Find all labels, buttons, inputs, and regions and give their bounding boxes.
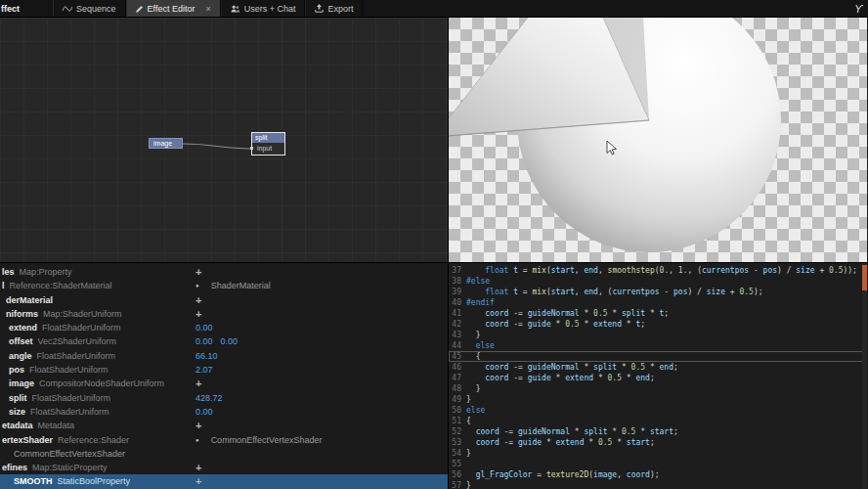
code-editor[interactable]: 37 float t = mix(start, end, smoothstep(…: [449, 263, 867, 489]
property-row[interactable]: efinesMap:StaticProperty+: [0, 461, 448, 474]
code-scrollbar[interactable]: [862, 263, 867, 489]
node-connection-wire: [0, 18, 449, 262]
code-text: }: [466, 330, 480, 340]
preview-render: [449, 18, 867, 262]
property-type: StaticBoolProperty: [58, 476, 131, 486]
add-entry-button[interactable]: +: [195, 419, 201, 432]
property-value[interactable]: 0.00: [195, 321, 213, 334]
property-row[interactable]: lesMap:Property+: [0, 265, 448, 279]
code-line[interactable]: 55: [449, 459, 867, 469]
property-row[interactable]: sizeFloatShaderUniform0.00: [0, 405, 448, 419]
property-value[interactable]: 428.72: [195, 391, 223, 405]
code-line[interactable]: 44 else: [449, 340, 867, 351]
users-icon: [231, 5, 240, 13]
property-type: FloatShaderUniform: [30, 407, 109, 417]
node-graph-canvas[interactable]: image split input: [0, 18, 449, 262]
code-line[interactable]: 45 {: [449, 351, 867, 362]
property-row[interactable]: angleFloatShaderUniform66.10: [0, 349, 448, 363]
add-entry-button[interactable]: +: [195, 461, 201, 474]
code-text: gl_FragColor = texture2D(image, coord);: [466, 469, 660, 480]
export-icon: [315, 4, 324, 13]
property-name: SMOOTH: [0, 476, 53, 486]
property-row[interactable]: niformsMap:ShaderUniform+: [0, 307, 448, 321]
reference-label: CommonEffectVertexShader: [211, 433, 323, 447]
radio-icon[interactable]: ●: [195, 433, 199, 447]
line-number: 45: [449, 351, 466, 362]
code-line[interactable]: 52 coord -= guideNormal * split * 0.5 * …: [449, 426, 867, 437]
code-line[interactable]: 46 coord -= guideNormal * split * 0.5 * …: [449, 362, 867, 373]
property-row[interactable]: etadataMetadata+: [0, 419, 448, 432]
code-line[interactable]: 40#endif: [449, 297, 867, 308]
property-value[interactable]: 0.00: [195, 334, 213, 348]
code-text: {: [466, 416, 471, 426]
code-text: }: [466, 394, 471, 405]
property-row[interactable]: posFloatShaderUniform2.07: [0, 363, 448, 377]
code-line[interactable]: 38#else: [449, 276, 867, 287]
property-name: image: [0, 378, 34, 388]
code-text: coord -= guide * 0.5 * extend * t;: [466, 319, 645, 330]
property-type: Map:Property: [20, 267, 72, 277]
tab-sequence[interactable]: Sequence: [53, 0, 126, 17]
property-type: Map:StaticProperty: [32, 463, 108, 472]
code-line[interactable]: 57}: [449, 480, 867, 489]
node-image[interactable]: image: [149, 138, 183, 149]
close-icon[interactable]: ×: [205, 4, 210, 14]
preview-viewport[interactable]: [449, 18, 867, 262]
code-line[interactable]: 56 gl_FragColor = texture2D(image, coord…: [449, 469, 867, 480]
code-text: #endif: [466, 297, 495, 308]
property-type: FloatShaderUniform: [37, 351, 116, 361]
bottom-area: lesMap:Property+lReference:ShaderMateria…: [0, 262, 868, 489]
radio-icon[interactable]: ●: [195, 279, 199, 292]
property-name: ertexShader: [0, 435, 53, 445]
tab-export[interactable]: Export: [305, 0, 363, 17]
code-line[interactable]: 50else: [449, 405, 867, 416]
topbar: ffect Sequence Effect Editor × Users + C…: [0, 0, 868, 18]
node-label: image: [153, 140, 172, 147]
property-value[interactable]: 2.07: [195, 363, 213, 377]
code-line[interactable]: 53 coord -= guide * extend * 0.5 * start…: [449, 437, 867, 448]
property-row[interactable]: extendFloatShaderUniform0.00: [0, 321, 448, 334]
property-row[interactable]: derMaterial+: [0, 293, 448, 307]
add-entry-button[interactable]: +: [195, 293, 201, 307]
property-name: les: [0, 267, 15, 277]
code-line[interactable]: 43 }: [449, 330, 867, 340]
line-number: 49: [449, 394, 466, 405]
add-entry-button[interactable]: +: [195, 307, 201, 321]
code-line[interactable]: 47 coord -= guide * extend * 0.5 * end;: [449, 373, 867, 383]
code-scrollbar-thumb[interactable]: [862, 265, 867, 290]
node-port-input[interactable]: input: [252, 143, 284, 155]
tab-effect-editor[interactable]: Effect Editor ×: [126, 0, 221, 17]
property-row[interactable]: splitFloatShaderUniform428.72: [0, 391, 448, 405]
property-type: Map:ShaderUniform: [43, 309, 122, 319]
main-area: image split input: [0, 18, 868, 262]
property-row[interactable]: ertexShaderReference:Shader●CommonEffect…: [0, 433, 448, 447]
property-row[interactable]: lReference:ShaderMaterial●ShaderMaterial: [0, 279, 448, 292]
code-line[interactable]: 37 float t = mix(start, end, smoothstep(…: [449, 265, 867, 276]
add-entry-button[interactable]: +: [195, 377, 201, 390]
add-entry-button[interactable]: +: [195, 265, 201, 279]
code-line[interactable]: 42 coord -= guide * 0.5 * extend * t;: [449, 319, 867, 330]
code-line[interactable]: 39 float t = mix(start, end, (currentpos…: [449, 287, 867, 297]
property-value[interactable]: 66.10: [195, 349, 218, 363]
node-split[interactable]: split input: [251, 132, 285, 156]
line-number: 55: [449, 459, 466, 469]
tab-users-chat[interactable]: Users + Chat: [221, 0, 306, 17]
property-value-column: +: [195, 307, 201, 321]
property-name: CommonEffectVertexShader: [0, 449, 125, 459]
line-number: 40: [449, 297, 466, 308]
property-value[interactable]: 0.00: [221, 334, 239, 348]
code-line[interactable]: 41 coord -= guideNormal * 0.5 * split * …: [449, 308, 867, 319]
line-number: 46: [449, 362, 466, 373]
code-line[interactable]: 49}: [449, 394, 867, 405]
property-value-column: +: [195, 377, 201, 390]
property-value[interactable]: 0.00: [195, 405, 213, 419]
code-line[interactable]: 54}: [449, 448, 867, 459]
add-entry-button[interactable]: +: [195, 474, 201, 488]
property-name: pos: [0, 365, 24, 375]
code-line[interactable]: 48 }: [449, 383, 867, 394]
property-row[interactable]: CommonEffectVertexShader: [0, 447, 448, 461]
property-row[interactable]: SMOOTHStaticBoolProperty+: [0, 474, 448, 488]
property-row[interactable]: imageCompositorNodeShaderUniform+: [0, 377, 448, 390]
property-row[interactable]: offsetVec2ShaderUniform0.000.00: [0, 334, 448, 348]
code-line[interactable]: 51{: [449, 416, 867, 426]
